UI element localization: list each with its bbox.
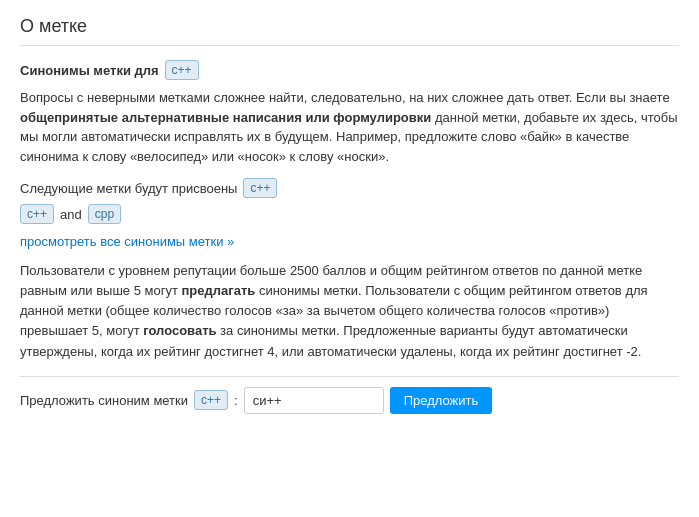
propose-colon: : [234,393,238,408]
assigned-label-row: Следующие метки будут присвоены c++ [20,178,679,198]
tag-cpp-alt: cpp [88,204,121,224]
reputation-text: Пользователи с уровнем репутации больше … [20,261,679,362]
synonyms-header: Синонимы метки для c++ [20,60,679,80]
assigned-section: Следующие метки будут присвоены c++ c++ … [20,178,679,224]
synonyms-header-label: Синонимы метки для [20,63,159,78]
desc-part1: Вопросы с неверными метками сложнее найт… [20,90,670,105]
propose-button[interactable]: Предложить [390,387,493,414]
page-container: О метке Синонимы метки для c++ Вопросы с… [0,0,699,438]
propose-row: Предложить синоним метки c++ : Предложит… [20,376,679,418]
rep-bold1: предлагать [182,283,256,298]
tag-cpp: c++ [20,204,54,224]
rep-bold2: голосовать [143,323,216,338]
assigned-tag: c++ [243,178,277,198]
propose-tag: c++ [194,390,228,410]
propose-input[interactable] [244,387,384,414]
view-all-synonyms-link[interactable]: просмотреть все синонимы метки » [20,234,234,249]
tags-row: c++ and cpp [20,204,679,224]
assigned-label-text: Следующие метки будут присвоены [20,181,237,196]
synonyms-header-tag: c++ [165,60,199,80]
description-text: Вопросы с неверными метками сложнее найт… [20,88,679,166]
propose-label: Предложить синоним метки [20,393,188,408]
page-title: О метке [20,16,679,46]
desc-bold: общепринятые альтернативные написания ил… [20,110,431,125]
synonyms-section: Синонимы метки для c++ Вопросы с неверны… [20,60,679,418]
and-text: and [60,207,82,222]
